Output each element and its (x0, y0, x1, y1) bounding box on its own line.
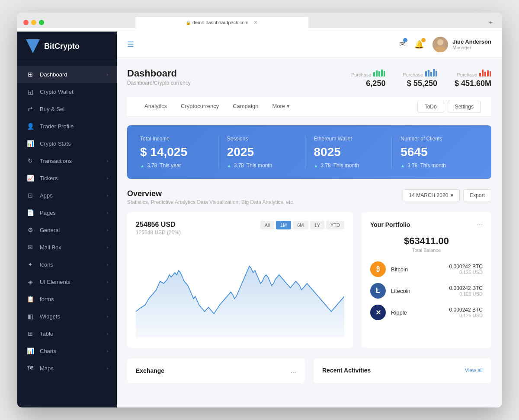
page-title-area: Dashboard Dashboard/Crypto currency (127, 68, 191, 86)
stat-box-2: Ethereum Wallet 8025 ▲ 3.78 This month (305, 136, 392, 169)
sidebar-item-crypto-stats[interactable]: 📊 Crypto Stats (17, 135, 117, 152)
view-all-button[interactable]: View all (465, 367, 483, 373)
sidebar-item-apps[interactable]: ⊡ Apps › (17, 187, 117, 204)
mail-icon-wrap[interactable]: ✉ (399, 40, 406, 49)
sidebar-nav: ⊞ Dashboard › ◱ Crypto Wallet ⇄ Buy & Se… (17, 61, 117, 407)
dashboard-chevron-icon: › (107, 72, 108, 77)
sidebar-item-dashboard[interactable]: ⊞ Dashboard › (17, 66, 117, 83)
filter-btn-all[interactable]: All (260, 221, 274, 229)
activities-card: Recent Activities View all (314, 358, 491, 383)
general-nav-icon: ⚙ (26, 226, 35, 234)
litecoin-icon: Ł (370, 283, 386, 299)
ripple-usd: 0.125 USD (449, 313, 483, 318)
date-button[interactable]: 14 MARCH 2020 ▾ (403, 189, 460, 201)
arrow-up-icon-1: ▲ (227, 163, 231, 168)
tab-analytics[interactable]: Analytics (138, 97, 174, 116)
new-tab-button[interactable]: + (486, 18, 496, 27)
sidebar-item-table[interactable]: ⊞ Table › (17, 325, 117, 342)
filter-btn-1m[interactable]: 1M (276, 221, 291, 229)
svg-rect-13 (479, 73, 481, 76)
topbar: ☰ ✉ 🔔 (117, 32, 502, 57)
dot-red[interactable] (23, 20, 29, 25)
main-content: ☰ ✉ 🔔 (117, 32, 502, 407)
browser-addressbar[interactable]: 🔒 demo.dashboardpack.com ✕ (135, 17, 308, 28)
bitcoin-values: 0.000242 BTC 0.125 USD (449, 264, 483, 275)
sidebar-item-tickers[interactable]: 📈 Tickers › (17, 169, 117, 187)
sidebar-item-widgets[interactable]: ◧ Widgets › (17, 308, 117, 325)
chart-area (136, 266, 344, 337)
svg-rect-9 (428, 70, 429, 76)
sidebar-item-transactions[interactable]: ↻ Transactions › (17, 152, 117, 169)
browser-chrome: 🔒 demo.dashboardpack.com ✕ + (17, 13, 502, 28)
sidebar-item-icons[interactable]: ✦ Icons › (17, 256, 117, 273)
portfolio-title: Your Portfolio (370, 221, 410, 228)
sidebar-item-pages[interactable]: 📄 Pages › (17, 204, 117, 221)
filter-btn-6m[interactable]: 6M (293, 221, 308, 229)
stat-box-sub-1: ▲ 3.78 This month (227, 162, 296, 169)
stat-box-1: Sessions 2025 ▲ 3.78 This month (218, 136, 305, 169)
stat-box-3: Number of Clients 5645 ▲ 3.78 This month (392, 136, 478, 169)
widgets-chevron-icon: › (107, 314, 108, 319)
sidebar-item-mail-box[interactable]: ✉ Mail Box › (17, 239, 117, 256)
mail-box-nav-label: Mail Box (40, 244, 107, 251)
dashboard-nav-label: Dashboard (40, 71, 107, 78)
exchange-menu-button[interactable]: ... (291, 367, 296, 375)
portfolio-header: Your Portfolio ··· (370, 221, 483, 229)
app-layout: BitCrypto ⊞ Dashboard › ◱ Crypto Wallet … (17, 32, 502, 407)
charts-nav-label: Charts (40, 348, 107, 354)
widgets-nav-icon: ◧ (26, 312, 35, 321)
chevron-down-icon: ▾ (451, 192, 453, 198)
bell-icon-wrap[interactable]: 🔔 (414, 40, 424, 49)
nav-tabs-wrapper: AnalyticsCryptocurrencyCampaignMore ▾ToD… (127, 97, 491, 117)
hamburger-button[interactable]: ☰ (127, 40, 134, 49)
dashboard-nav-icon: ⊞ (26, 70, 35, 79)
stat-box-text-0: This year (160, 162, 181, 169)
sidebar-item-trader-profile[interactable]: 👤 Trader Profile (17, 118, 117, 135)
stat-box-0: Total Income $ 14,025 ▲ 3.78 This year (140, 136, 218, 169)
bitcoin-usd: 0.125 USD (449, 270, 483, 275)
sidebar-item-general[interactable]: ⚙ General › (17, 221, 117, 239)
mail-box-nav-icon: ✉ (26, 243, 35, 251)
ui-elements-nav-icon: ◈ (26, 277, 35, 286)
apps-nav-icon: ⊡ (26, 191, 35, 200)
portfolio-balance: $63411.00 Total Balance (370, 235, 483, 253)
close-icon[interactable]: ✕ (253, 19, 258, 25)
apps-chevron-icon: › (107, 193, 108, 198)
sidebar-item-forms[interactable]: 📋 forms › (17, 290, 117, 308)
dot-green[interactable] (39, 20, 44, 25)
tab-campaign[interactable]: Campaign (226, 97, 265, 116)
stat-box-sub-2: ▲ 3.78 This month (314, 162, 383, 169)
sidebar-item-maps[interactable]: 🗺 Maps › (17, 360, 117, 377)
sidebar-item-crypto-wallet[interactable]: ◱ Crypto Wallet (17, 83, 117, 100)
exchange-card: Exchange ... (127, 358, 305, 383)
widgets-nav-label: Widgets (40, 313, 107, 320)
sidebar-item-ui-elements[interactable]: ◈ UI Elements › (17, 273, 117, 290)
ripple-name: Ripple (391, 309, 444, 316)
tab-cryptocurrency[interactable]: Cryptocurrency (174, 97, 226, 116)
avatar-image (432, 37, 448, 52)
stat-box-label-0: Total Income (140, 136, 209, 142)
mail-box-chevron-icon: › (107, 245, 108, 250)
dot-yellow[interactable] (31, 20, 36, 25)
mail-badge (403, 38, 407, 42)
date-label: 14 MARCH 2020 (409, 192, 449, 198)
sidebar-item-buy-sell[interactable]: ⇄ Buy & Sell (17, 100, 117, 118)
crypto-wallet-nav-label: Crypto Wallet (40, 89, 108, 95)
filter-btn-ytd[interactable]: YTD (326, 221, 344, 229)
portfolio-menu-button[interactable]: ··· (477, 221, 483, 229)
user-name: Jiue Anderson (452, 38, 491, 45)
stat-box-num-2: 3.78 (320, 162, 330, 169)
pages-chevron-icon: › (107, 210, 108, 215)
filter-btn-1y[interactable]: 1Y (310, 221, 324, 229)
stat-label-0: Purchase (351, 68, 386, 77)
svg-rect-7 (384, 71, 385, 76)
export-button[interactable]: Export (463, 189, 491, 201)
exchange-title: Exchange (136, 367, 164, 374)
tab-btn-settings[interactable]: Settings (448, 101, 481, 113)
stat-label-1: Purchase (403, 68, 437, 77)
tab-more--[interactable]: More ▾ (265, 97, 296, 116)
tab-btn-todo[interactable]: ToDo (417, 101, 444, 113)
buy-sell-nav-icon: ⇄ (26, 105, 35, 113)
forms-chevron-icon: › (107, 297, 108, 302)
sidebar-item-charts[interactable]: 📊 Charts › (17, 342, 117, 360)
